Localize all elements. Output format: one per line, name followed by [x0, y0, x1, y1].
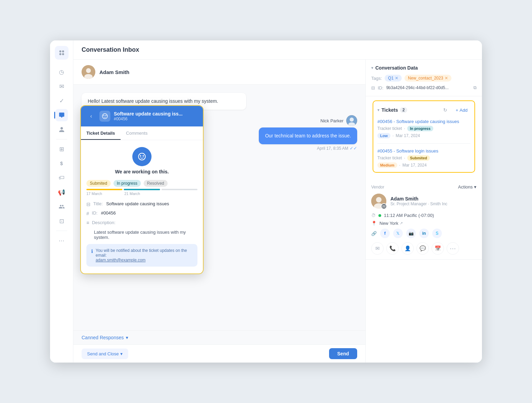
svg-point-0 [59, 50, 61, 52]
send-button[interactable]: Send [329, 348, 357, 359]
mail-nav-icon[interactable]: ✉ [56, 80, 68, 93]
tag-q1-close-icon[interactable]: ✕ [395, 76, 398, 81]
page-title: Conversation Inbox [82, 46, 139, 53]
vendor-location-row: 📍 New York ↗ [371, 221, 476, 226]
conv-data-chevron-icon[interactable]: ▾ [371, 65, 373, 70]
description-value: Latest software update causing issues wi… [94, 230, 197, 240]
send-close-button[interactable]: Send and Close ▾ [82, 349, 128, 359]
canned-chevron-icon: ▾ [126, 335, 128, 340]
ticket-date-1: · [392, 133, 394, 138]
tags-label: Tags: [371, 76, 382, 81]
svg-point-10 [102, 114, 108, 119]
svg-point-8 [350, 118, 354, 122]
info-box: ℹ You will be notified about the ticket … [86, 244, 197, 267]
svg-point-12 [106, 115, 107, 116]
bar-inprogress [124, 189, 160, 190]
vendor-name: Adam Smith [390, 196, 447, 202]
conv-data-title: Conversation Data [375, 65, 418, 71]
info-icon: ℹ [91, 248, 93, 254]
progress-section: Submited In progress Resolved [86, 180, 197, 196]
bar-resolved [161, 189, 197, 190]
check-nav-icon[interactable]: ✓ [56, 95, 68, 107]
main-content: Conversation Inbox Adam Smith [73, 40, 482, 363]
sidebar: ◷ ✉ ✓ ⊞ $ 🏷 📢 ⊡ ⋯ [50, 40, 73, 363]
ticket-date-value-1: Mar 17, 2024 [396, 133, 420, 138]
location-icon: 📍 [371, 221, 377, 226]
body-split: Adam Smith Hello! Latest software update… [73, 60, 482, 363]
ticket-date-2: · [399, 163, 400, 168]
id-value: 9b3a4264-294c-44bd-bf22-d0d5... [386, 85, 449, 90]
twitter-icon[interactable]: 𝕏 [393, 229, 403, 238]
conversation-panel: Adam Smith Hello! Latest software update… [73, 60, 365, 363]
message-action-icon[interactable]: 💬 [416, 242, 429, 255]
clock-nav-icon[interactable]: ◷ [56, 66, 68, 78]
action-btns-row: ✉ 📞 👤 💬 📅 ⋯ [371, 242, 476, 255]
user-nav-icon[interactable] [56, 123, 68, 136]
progress-bars [86, 189, 197, 190]
tag-new-contact[interactable]: New_contact_2023 ✕ [404, 75, 451, 82]
bar-submitted [86, 189, 122, 190]
skype-icon[interactable]: S [432, 229, 442, 238]
tickets-section: ▾ Tickets 2 ↻ + Add [373, 100, 475, 173]
svg-point-11 [104, 115, 105, 116]
working-text: We are working on this. [86, 169, 197, 174]
svg-point-13 [138, 153, 145, 160]
dollar-nav-icon[interactable]: $ [56, 157, 68, 170]
ticket-info-row-1: Tracker ticket · In progress [377, 126, 470, 131]
canned-responses-button[interactable]: Canned Responses ▾ [82, 335, 128, 340]
more-actions-icon[interactable]: ⋯ [447, 242, 459, 255]
sidebar-divider [56, 139, 67, 139]
tab-ticket-details[interactable]: Ticket Details [81, 126, 121, 140]
id-label: ID: [378, 85, 384, 90]
vendor-time-row: ⏱ 11:12 AM Pacific (-07:00) [371, 213, 476, 218]
progress-labels: Submited In progress Resolved [86, 180, 197, 187]
id-field-icon: ⊟ [371, 85, 375, 90]
ticket-modal-title: Software update causing iss... #00456 [114, 111, 197, 121]
message-time: April 17, 8:35 AM ✓✓ [317, 146, 357, 151]
tickets-section-wrapper: ▾ Tickets 2 ↻ + Add [366, 96, 482, 180]
instagram-icon[interactable]: 📷 [406, 229, 416, 238]
calendar-action-icon[interactable]: 📅 [432, 242, 444, 255]
users-nav-icon[interactable] [56, 200, 68, 213]
outgoing-header: Nick Parker [321, 115, 357, 126]
phone-action-icon[interactable]: 📞 [386, 242, 399, 255]
user-action-icon[interactable]: 👤 [401, 242, 414, 255]
back-button[interactable]: ‹ [86, 111, 96, 121]
tag-new-contact-close-icon[interactable]: ✕ [445, 76, 448, 81]
read-check-icon: ✓✓ [350, 146, 357, 151]
svg-point-15 [143, 155, 144, 157]
chat-nav-icon[interactable] [56, 109, 68, 121]
tag-q1[interactable]: Q1 ✕ [385, 75, 402, 82]
vendor-section: Vendor Actions ▾ [366, 180, 482, 260]
actions-button[interactable]: Actions ▾ [458, 184, 476, 190]
copy-id-icon[interactable]: ⧉ [473, 85, 476, 90]
refresh-tickets-icon[interactable]: ↻ [440, 105, 450, 115]
add-ticket-button[interactable]: + Add [453, 106, 470, 114]
ticket-tabs: Ticket Details Comments [81, 126, 203, 140]
facebook-icon[interactable]: f [380, 229, 390, 238]
email-action-icon[interactable]: ✉ [371, 242, 384, 255]
ticket-link-1[interactable]: #00456 - Software update causing issues [377, 119, 470, 124]
info-text: You will be notified about the ticket up… [96, 248, 193, 262]
svg-point-2 [59, 53, 61, 55]
tickets-actions: ↻ + Add [440, 105, 470, 115]
tickets-chevron-icon[interactable]: ▾ [377, 108, 379, 112]
ticket-priority-row-1: Low · Mar 17, 2024 [377, 133, 470, 138]
ticket-link-2[interactable]: #00455 - Software login issues [377, 148, 470, 154]
contact-header: Adam Smith [73, 60, 365, 85]
ticket-date-value-2: Mar 17, 2024 [402, 163, 427, 168]
tag-nav-icon[interactable]: 🏷 [56, 172, 68, 184]
linkedin-icon[interactable]: in [419, 229, 429, 238]
vendor-header: Vendor Actions ▾ [371, 184, 476, 190]
tickets-title: Tickets [382, 107, 398, 113]
vendor-avatar: 22 [371, 194, 386, 209]
apps-nav-icon[interactable]: ⊡ [56, 215, 68, 227]
ext-link-icon[interactable]: ↗ [400, 221, 403, 225]
svg-point-14 [140, 155, 141, 157]
app-logo[interactable] [55, 46, 69, 60]
megaphone-nav-icon[interactable]: 📢 [56, 186, 68, 198]
more-nav-icon[interactable]: ⋯ [56, 234, 68, 247]
grid-nav-icon[interactable]: ⊞ [56, 143, 68, 155]
tab-comments[interactable]: Comments [121, 126, 153, 140]
canned-responses-bar: Canned Responses ▾ [73, 330, 365, 344]
